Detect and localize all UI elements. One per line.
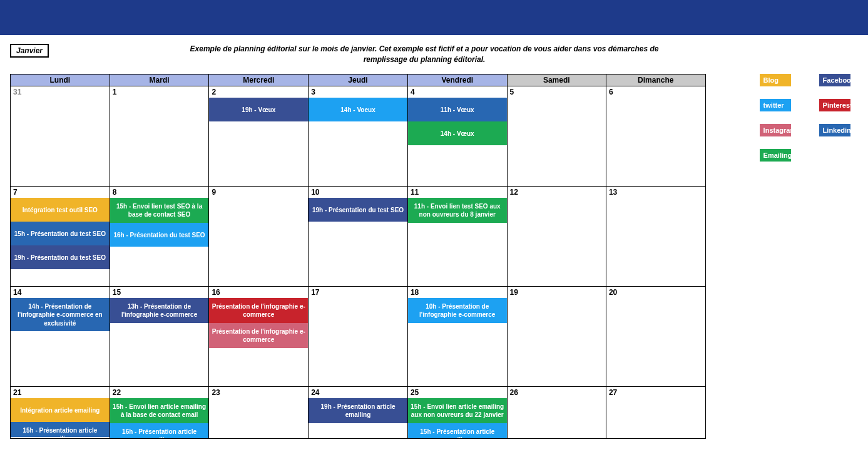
legend-pinterest: Pinterest xyxy=(819,99,850,111)
calendar-event[interactable]: 19h - Présentation du test SEO xyxy=(309,198,407,222)
day-number: 20 xyxy=(606,287,705,298)
calendar-event[interactable]: Intégration test outil SEO xyxy=(11,198,110,222)
day-number: 24 xyxy=(309,387,407,398)
header-row: Janvier Exemple de planning éditorial su… xyxy=(0,44,868,65)
day-number: 10 xyxy=(309,187,407,198)
calendar-event[interactable]: 15h - Présentation article emailing xyxy=(408,423,507,438)
calendar-day[interactable]: 27 xyxy=(606,386,705,438)
day-number: 8 xyxy=(110,187,209,198)
calendar-event[interactable]: Intégration article emailing xyxy=(11,398,110,422)
calendar-day[interactable]: 6 xyxy=(606,86,705,186)
calendar-day[interactable]: 411h - Vœux14h - Vœux xyxy=(407,86,507,186)
day-number: 21 xyxy=(11,387,110,398)
day-number: 5 xyxy=(508,86,606,98)
calendar-week: 1414h - Présentation de l'infographie e-… xyxy=(11,286,706,386)
day-number: 2 xyxy=(209,86,308,98)
day-number: 14 xyxy=(11,287,110,298)
calendar-day[interactable]: 23 xyxy=(209,386,309,438)
day-header-tue: Mardi xyxy=(110,74,209,86)
calendar-day[interactable]: 16Présentation de l'infographie e-commer… xyxy=(209,286,309,386)
calendar-day[interactable]: 5 xyxy=(507,86,606,186)
calendar-event[interactable]: 15h - Présentation du test SEO xyxy=(11,222,110,245)
calendar-day[interactable]: 21Intégration article emailing15h - Prés… xyxy=(11,386,110,438)
calendar-event[interactable]: 13h - Présentation de l'infographie e-co… xyxy=(110,298,209,323)
calendar-day[interactable]: 1810h - Présentation de l'infographie e-… xyxy=(407,286,507,386)
calendar-day[interactable]: 2215h - Envoi lien article emailing à la… xyxy=(110,386,209,438)
day-number: 13 xyxy=(606,187,705,198)
legend-emailing: Emailing xyxy=(760,149,791,162)
day-number: 16 xyxy=(209,287,308,298)
top-bar xyxy=(0,0,868,35)
calendar-day[interactable]: 20 xyxy=(606,286,705,386)
calendar-week: 311219h - Vœux314h - Voeux411h - Vœux14h… xyxy=(11,86,706,186)
calendar-day[interactable]: 26 xyxy=(507,386,606,438)
calendar-day[interactable]: 1111h - Envoi lien test SEO aux non ouvr… xyxy=(407,186,507,286)
calendar-event[interactable]: 11h - Vœux xyxy=(408,98,507,121)
calendar-event[interactable]: 15h - Envoi lien article emailing à la b… xyxy=(110,398,209,423)
legend-linkedin: Linkedin xyxy=(819,124,850,136)
day-header-sat: Samedi xyxy=(507,74,606,86)
calendar-event[interactable]: 11h - Envoi lien test SEO aux non ouvreu… xyxy=(408,198,507,223)
calendar-event[interactable]: 16h - Présentation article emailing xyxy=(110,423,209,438)
calendar-day[interactable]: 815h - Envoi lien test SEO à la base de … xyxy=(110,186,209,286)
calendar-event[interactable]: 15h - Présentation article emailing xyxy=(11,422,110,437)
day-number: 23 xyxy=(209,387,308,398)
day-number: 19 xyxy=(508,287,606,298)
calendar-event[interactable]: 10h - Présentation de l'infographie e-co… xyxy=(408,298,507,323)
day-number: 3 xyxy=(309,86,407,98)
calendar-day[interactable]: 2419h - Présentation article emailing xyxy=(309,386,408,438)
legend-twitter: twitter xyxy=(760,99,791,111)
calendar-day[interactable]: 219h - Vœux xyxy=(209,86,309,186)
day-number: 26 xyxy=(508,387,606,398)
calendar-day[interactable]: 7Intégration test outil SEO15h - Présent… xyxy=(11,186,110,286)
calendar-day[interactable]: 17 xyxy=(309,286,408,386)
day-number: 1 xyxy=(110,86,209,98)
legend-facebook: Facebook xyxy=(819,74,850,86)
legend-blog: Blog xyxy=(760,74,791,86)
day-header-wed: Mercredi xyxy=(209,74,309,86)
day-number: 11 xyxy=(408,187,507,198)
calendar-event[interactable]: 15h - Envoi lien test SEO à la base de c… xyxy=(110,198,209,223)
calendar-day[interactable]: 12 xyxy=(507,186,606,286)
calendar-day[interactable]: 19 xyxy=(507,286,606,386)
day-number: 25 xyxy=(408,387,507,398)
day-number: 31 xyxy=(11,86,110,98)
day-number: 22 xyxy=(110,387,209,398)
calendar: Lundi Mardi Mercredi Jeudi Vendredi Same… xyxy=(10,74,706,439)
day-header-fri: Vendredi xyxy=(407,74,507,86)
subtitle: Exemple de planning éditorial sur le moi… xyxy=(124,44,725,65)
legend: Blog Facebook twitter Pinterest Instagra… xyxy=(760,74,858,174)
day-number: 9 xyxy=(209,187,308,198)
calendar-event[interactable]: 19h - Présentation du test SEO xyxy=(11,245,110,269)
day-number: 6 xyxy=(606,86,705,98)
calendar-day[interactable]: 2515h - Envoi lien article emailing aux … xyxy=(407,386,507,438)
calendar-event[interactable]: Présentation de l'infographie e-commerce xyxy=(209,298,308,323)
calendar-event[interactable]: 14h - Présentation de l'infographie e-co… xyxy=(11,298,110,332)
calendar-day[interactable]: 9 xyxy=(209,186,309,286)
calendar-day[interactable]: 13 xyxy=(606,186,705,286)
calendar-event[interactable]: 19h - Vœux xyxy=(209,98,308,121)
day-header-mon: Lundi xyxy=(11,74,110,86)
calendar-event[interactable]: 15h - Envoi lien article emailing aux no… xyxy=(408,398,507,423)
day-number: 7 xyxy=(11,187,110,198)
day-header-thu: Jeudi xyxy=(309,74,408,86)
calendar-day[interactable]: 1019h - Présentation du test SEO xyxy=(309,186,408,286)
day-header-sun: Dimanche xyxy=(606,74,705,86)
day-number: 4 xyxy=(408,86,507,98)
calendar-event[interactable]: 14h - Voeux xyxy=(309,98,407,121)
calendar-week: 21Intégration article emailing15h - Prés… xyxy=(11,386,706,438)
day-number: 15 xyxy=(110,287,209,298)
calendar-header-row: Lundi Mardi Mercredi Jeudi Vendredi Same… xyxy=(11,74,706,86)
calendar-day[interactable]: 1414h - Présentation de l'infographie e-… xyxy=(11,286,110,386)
calendar-event[interactable]: 16h - Présentation du test SEO xyxy=(110,223,209,247)
calendar-day[interactable]: 314h - Voeux xyxy=(309,86,408,186)
day-number: 12 xyxy=(508,187,606,198)
calendar-event[interactable]: 14h - Vœux xyxy=(408,121,507,145)
calendar-event[interactable]: 19h - Présentation article emailing xyxy=(309,398,407,423)
day-number: 17 xyxy=(309,287,407,298)
legend-instagram: Instagram xyxy=(760,124,791,136)
calendar-day[interactable]: 1513h - Présentation de l'infographie e-… xyxy=(110,286,209,386)
calendar-day[interactable]: 1 xyxy=(110,86,209,186)
calendar-day[interactable]: 31 xyxy=(11,86,110,186)
calendar-event[interactable]: Présentation de l'infographie e-commerce xyxy=(209,323,308,348)
